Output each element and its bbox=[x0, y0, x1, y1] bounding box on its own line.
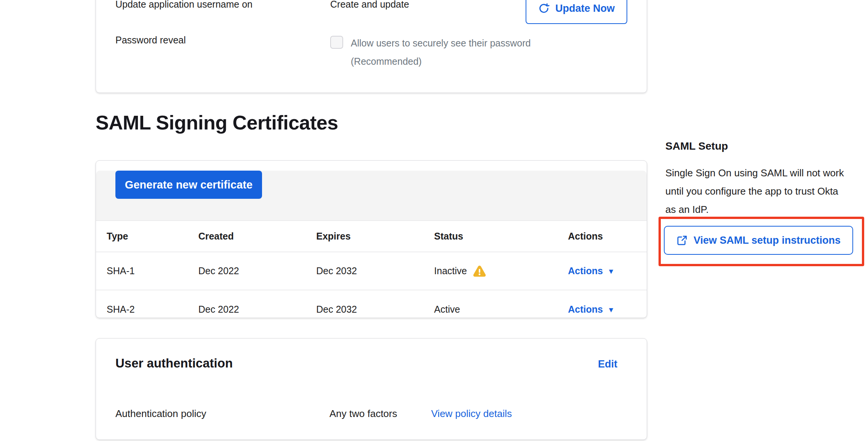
status-text: Active bbox=[434, 304, 460, 315]
username-update-label: Update application username on bbox=[115, 0, 253, 10]
password-reveal-checkbox[interactable] bbox=[330, 36, 343, 49]
certificates-table-header: Type Created Expires Status Actions bbox=[96, 221, 647, 252]
cert-type: SHA-2 bbox=[96, 304, 188, 315]
view-saml-setup-instructions-label: View SAML setup instructions bbox=[694, 235, 841, 246]
cert-expires: Dec 2032 bbox=[305, 304, 424, 315]
certificates-toolbar: Generate new certificate bbox=[96, 171, 647, 221]
column-header-expires: Expires bbox=[305, 231, 424, 242]
saml-setup-heading: SAML Setup bbox=[665, 140, 728, 152]
update-now-button[interactable]: Update Now bbox=[526, 0, 627, 24]
certificates-card: Generate new certificate Type Created Ex… bbox=[96, 160, 647, 318]
view-policy-details-link[interactable]: View policy details bbox=[431, 408, 512, 420]
status-text: Inactive bbox=[434, 265, 467, 276]
user-authentication-card: User authentication Edit Authentication … bbox=[96, 338, 647, 440]
actions-dropdown[interactable]: Actions ▼ bbox=[568, 304, 615, 315]
sign-on-settings-card: Update application username on Create an… bbox=[96, 0, 647, 93]
caret-down-icon: ▼ bbox=[607, 268, 615, 275]
cert-created: Dec 2022 bbox=[188, 265, 306, 276]
actions-label: Actions bbox=[568, 304, 603, 315]
table-row: SHA-2 Dec 2022 Dec 2032 Active Actions ▼ bbox=[96, 290, 647, 328]
generate-certificate-button[interactable]: Generate new certificate bbox=[115, 171, 262, 199]
edit-link[interactable]: Edit bbox=[598, 358, 617, 370]
user-authentication-heading: User authentication bbox=[115, 356, 233, 371]
password-reveal-label: Password reveal bbox=[115, 35, 186, 46]
page-title: SAML Signing Certificates bbox=[96, 111, 338, 134]
cert-status: Inactive bbox=[424, 264, 558, 278]
actions-label: Actions bbox=[568, 265, 603, 276]
caret-down-icon: ▼ bbox=[607, 306, 615, 313]
update-now-label: Update Now bbox=[555, 3, 615, 14]
column-header-status: Status bbox=[424, 231, 558, 242]
refresh-icon bbox=[538, 3, 550, 14]
external-link-icon bbox=[676, 235, 688, 246]
column-header-type: Type bbox=[96, 231, 188, 242]
saml-setup-description: Single Sign On using SAML will not work … bbox=[665, 164, 845, 219]
cert-created: Dec 2022 bbox=[188, 304, 306, 315]
warning-icon bbox=[472, 264, 487, 278]
authentication-policy-value: Any two factors bbox=[329, 408, 397, 420]
table-row: SHA-1 Dec 2022 Dec 2032 Inactive Actions… bbox=[96, 252, 647, 290]
actions-dropdown[interactable]: Actions ▼ bbox=[568, 265, 615, 276]
password-reveal-description-line2: (Recommended) bbox=[351, 52, 531, 70]
cert-type: SHA-1 bbox=[96, 265, 188, 276]
page-saml-settings: Update application username on Create an… bbox=[0, 0, 868, 441]
authentication-policy-label: Authentication policy bbox=[115, 408, 206, 420]
column-header-actions: Actions bbox=[557, 231, 647, 242]
password-reveal-description-line1: Allow users to securely see their passwo… bbox=[351, 34, 531, 52]
cert-expires: Dec 2032 bbox=[305, 265, 424, 276]
column-header-created: Created bbox=[188, 231, 306, 242]
username-update-value: Create and update bbox=[330, 0, 409, 10]
view-saml-setup-instructions-button[interactable]: View SAML setup instructions bbox=[664, 226, 853, 255]
cert-status: Active bbox=[424, 304, 558, 315]
password-reveal-description: Allow users to securely see their passwo… bbox=[351, 34, 531, 70]
